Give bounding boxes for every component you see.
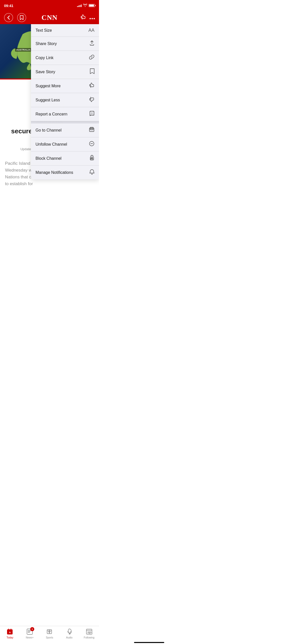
menu-item-block-channel[interactable]: Block Channel xyxy=(31,151,99,166)
thumbs-button[interactable] xyxy=(80,14,86,21)
link-icon xyxy=(89,54,94,61)
status-time: 09:41 xyxy=(4,4,13,8)
svg-point-1 xyxy=(92,18,93,19)
report-concern-label: Report a Concern xyxy=(36,112,67,116)
bookmark-button[interactable] xyxy=(17,13,26,22)
wifi-icon xyxy=(83,4,87,8)
share-story-label: Share Story xyxy=(36,42,57,46)
block-channel-label: Block Channel xyxy=(36,156,61,161)
dropdown-overlay: Text Size AA Share Story Copy Link xyxy=(0,24,99,214)
menu-item-report-concern[interactable]: Report a Concern xyxy=(31,107,99,121)
suggest-more-label: Suggest More xyxy=(36,84,61,88)
menu-item-share-story[interactable]: Share Story xyxy=(31,37,99,51)
more-button[interactable] xyxy=(89,15,95,21)
menu-item-unfollow-channel[interactable]: Unfollow Channel xyxy=(31,137,99,151)
nav-left xyxy=(4,13,26,22)
nav-right xyxy=(80,14,95,21)
menu-item-go-to-channel[interactable]: Go to Channel xyxy=(31,123,99,137)
signal-icon xyxy=(77,4,82,7)
go-to-channel-label: Go to Channel xyxy=(36,128,61,133)
thumbs-down-icon xyxy=(89,97,94,103)
manage-notifications-label: Manage Notifications xyxy=(36,170,73,175)
menu-section-divider xyxy=(31,121,99,123)
channel-icon xyxy=(89,127,94,134)
menu-item-text-size[interactable]: Text Size AA xyxy=(31,24,99,37)
block-icon xyxy=(89,155,94,162)
menu-item-suggest-more[interactable]: Suggest More xyxy=(31,79,99,93)
menu-item-save-story[interactable]: Save Story xyxy=(31,65,99,79)
save-story-label: Save Story xyxy=(36,70,55,74)
report-icon xyxy=(89,111,94,117)
menu-item-manage-notifications[interactable]: Manage Notifications xyxy=(31,166,99,179)
unfollow-icon xyxy=(89,141,94,148)
thumbs-up-icon xyxy=(89,83,94,89)
nav-bar: CNN xyxy=(0,11,99,24)
svg-point-0 xyxy=(90,18,91,19)
suggest-less-label: Suggest Less xyxy=(36,98,60,102)
status-icons xyxy=(77,4,95,8)
cnn-logo: CNN xyxy=(42,14,58,22)
copy-link-label: Copy Link xyxy=(36,56,53,60)
battery-icon xyxy=(89,4,95,7)
status-bar: 09:41 xyxy=(0,0,99,11)
bell-icon xyxy=(89,169,94,176)
dropdown-menu: Text Size AA Share Story Copy Link xyxy=(31,24,99,179)
text-size-icon: AA xyxy=(88,28,94,33)
share-icon xyxy=(89,40,94,47)
back-button[interactable] xyxy=(4,13,13,22)
svg-point-2 xyxy=(94,18,95,19)
menu-item-copy-link[interactable]: Copy Link xyxy=(31,51,99,65)
text-size-label: Text Size xyxy=(36,28,52,33)
svg-rect-6 xyxy=(90,127,93,130)
menu-item-suggest-less[interactable]: Suggest Less xyxy=(31,93,99,107)
save-bookmark-icon xyxy=(90,68,94,75)
unfollow-channel-label: Unfollow Channel xyxy=(36,142,67,147)
